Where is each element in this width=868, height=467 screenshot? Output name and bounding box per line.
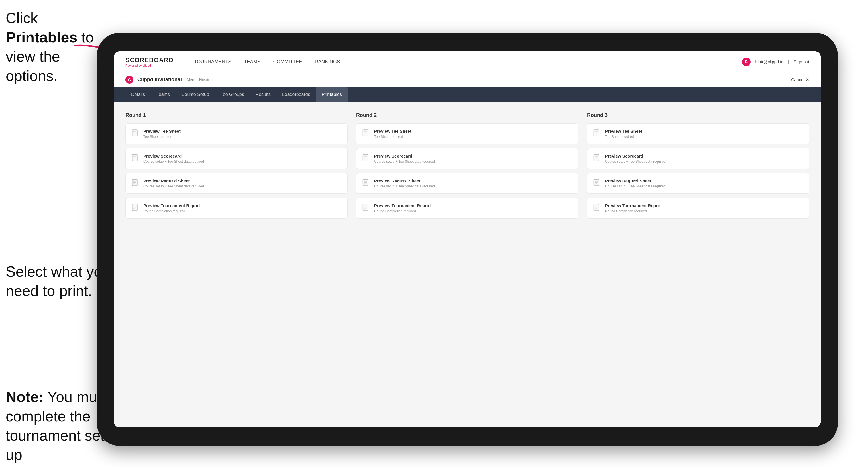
tournament-bar: C Clippd Invitational (Men) Hosting Canc… bbox=[114, 72, 821, 87]
nav-tournaments[interactable]: TOURNAMENTS bbox=[188, 51, 238, 72]
raguzzi-title-r1: Preview Raguzzi Sheet bbox=[143, 178, 204, 183]
tournament-status: Hosting bbox=[199, 77, 213, 82]
scorecard-card-r1[interactable]: Preview Scorecard Course setup + Tee She… bbox=[125, 148, 348, 169]
raguzzi-title-r3: Preview Raguzzi Sheet bbox=[605, 178, 666, 183]
report-sub-r3: Round Completion required bbox=[605, 209, 662, 213]
report-sub-r1: Round Completion required bbox=[143, 209, 200, 213]
doc-icon-r3-report bbox=[593, 204, 601, 213]
tab-leaderboards[interactable]: Leaderboards bbox=[276, 87, 316, 102]
user-avatar: B bbox=[742, 58, 751, 66]
nav-committee[interactable]: COMMITTEE bbox=[267, 51, 308, 72]
scorecard-card-r2[interactable]: Preview Scorecard Course setup + Tee She… bbox=[356, 148, 579, 169]
tee-sheet-sub-r2: Tee Sheet required bbox=[374, 135, 411, 139]
raguzzi-card-r1[interactable]: Preview Raguzzi Sheet Course setup + Tee… bbox=[125, 173, 348, 194]
raguzzi-card-r2[interactable]: Preview Raguzzi Sheet Course setup + Tee… bbox=[356, 173, 579, 194]
user-email: blair@clippd.io bbox=[755, 59, 783, 64]
tee-sheet-title-r2: Preview Tee Sheet bbox=[374, 129, 411, 134]
round-1-column: Round 1 Preview Tee Sheet Tee Sheet requ… bbox=[125, 112, 348, 222]
tab-printables[interactable]: Printables bbox=[316, 87, 348, 102]
tournament-logo: C bbox=[125, 76, 133, 84]
report-title-r2: Preview Tournament Report bbox=[374, 203, 431, 208]
scorecard-title-r2: Preview Scorecard bbox=[374, 154, 435, 158]
raguzzi-card-r3[interactable]: Preview Raguzzi Sheet Course setup + Tee… bbox=[587, 173, 809, 194]
tee-sheet-card-r1[interactable]: Preview Tee Sheet Tee Sheet required bbox=[125, 123, 348, 144]
tablet-frame: SCOREBOARD Powered by clippd TOURNAMENTS… bbox=[97, 33, 838, 446]
report-card-r3[interactable]: Preview Tournament Report Round Completi… bbox=[587, 198, 809, 219]
doc-icon-r2-report bbox=[362, 204, 370, 213]
scorecard-title-r1: Preview Scorecard bbox=[143, 154, 204, 158]
tab-results[interactable]: Results bbox=[250, 87, 276, 102]
main-content: Round 1 Preview Tee Sheet Tee Sheet requ… bbox=[114, 102, 821, 427]
round-1-title: Round 1 bbox=[125, 112, 348, 118]
round-2-column: Round 2 Preview Tee Sheet Tee Sheet requ… bbox=[356, 112, 579, 222]
doc-icon-r2-scorecard bbox=[362, 154, 370, 163]
report-sub-r2: Round Completion required bbox=[374, 209, 431, 213]
raguzzi-sub-r3: Course setup + Tee Sheet data required bbox=[605, 184, 666, 188]
tablet-screen: SCOREBOARD Powered by clippd TOURNAMENTS… bbox=[114, 51, 821, 427]
logo-sub: Powered by clippd bbox=[125, 64, 174, 67]
tournament-tag: (Men) bbox=[185, 77, 196, 82]
tournament-name: Clippd Invitational bbox=[137, 76, 182, 83]
tee-sheet-title-r1: Preview Tee Sheet bbox=[143, 129, 181, 134]
doc-icon-r3-tee bbox=[593, 129, 601, 138]
report-card-r1[interactable]: Preview Tournament Report Round Completi… bbox=[125, 198, 348, 219]
top-nav: SCOREBOARD Powered by clippd TOURNAMENTS… bbox=[114, 51, 821, 72]
doc-icon-r2-tee bbox=[362, 129, 370, 138]
raguzzi-sub-r2: Course setup + Tee Sheet data required bbox=[374, 184, 435, 188]
tee-sheet-sub-r1: Tee Sheet required bbox=[143, 135, 181, 139]
tee-sheet-title-r3: Preview Tee Sheet bbox=[605, 129, 642, 134]
doc-icon-r3-raguzzi bbox=[593, 179, 601, 188]
doc-icon-r1-raguzzi bbox=[131, 179, 140, 188]
doc-icon-r1-tee bbox=[131, 129, 140, 138]
raguzzi-sub-r1: Course setup + Tee Sheet data required bbox=[143, 184, 204, 188]
rounds-container: Round 1 Preview Tee Sheet Tee Sheet requ… bbox=[125, 112, 809, 222]
report-title-r3: Preview Tournament Report bbox=[605, 203, 662, 208]
round-3-column: Round 3 Preview Tee Sheet Tee Sheet requ… bbox=[587, 112, 809, 222]
nav-right: B blair@clippd.io | Sign out bbox=[742, 58, 809, 66]
scorecard-title-r3: Preview Scorecard bbox=[605, 154, 666, 158]
sign-out-link[interactable]: Sign out bbox=[794, 59, 809, 64]
nav-teams[interactable]: TEAMS bbox=[238, 51, 267, 72]
doc-icon-r2-raguzzi bbox=[362, 179, 370, 188]
sign-out-separator: | bbox=[788, 59, 789, 64]
scorecard-sub-r3: Course setup + Tee Sheet data required bbox=[605, 160, 666, 163]
nav-items: TOURNAMENTS TEAMS COMMITTEE RANKINGS bbox=[188, 51, 742, 72]
tab-details[interactable]: Details bbox=[125, 87, 151, 102]
logo-text: SCOREBOARD bbox=[125, 56, 174, 64]
doc-icon-r3-scorecard bbox=[593, 154, 601, 163]
scorecard-sub-r1: Course setup + Tee Sheet data required bbox=[143, 160, 204, 163]
doc-icon-r1-report bbox=[131, 204, 140, 213]
logo-area: SCOREBOARD Powered by clippd bbox=[125, 56, 174, 67]
sub-nav: Details Teams Course Setup Tee Groups Re… bbox=[114, 87, 821, 102]
doc-icon-r1-scorecard bbox=[131, 154, 140, 163]
tab-tee-groups[interactable]: Tee Groups bbox=[215, 87, 250, 102]
tab-course-setup[interactable]: Course Setup bbox=[176, 87, 215, 102]
nav-rankings[interactable]: RANKINGS bbox=[308, 51, 346, 72]
round-3-title: Round 3 bbox=[587, 112, 809, 118]
instruction-mid-text: Select what youneed to print. bbox=[6, 263, 110, 299]
report-title-r1: Preview Tournament Report bbox=[143, 203, 200, 208]
raguzzi-title-r2: Preview Raguzzi Sheet bbox=[374, 178, 435, 183]
cancel-button[interactable]: Cancel ✕ bbox=[791, 77, 809, 82]
round-2-title: Round 2 bbox=[356, 112, 579, 118]
tee-sheet-card-r2[interactable]: Preview Tee Sheet Tee Sheet required bbox=[356, 123, 579, 144]
tee-sheet-sub-r3: Tee Sheet required bbox=[605, 135, 642, 139]
scorecard-sub-r2: Course setup + Tee Sheet data required bbox=[374, 160, 435, 163]
scorecard-card-r3[interactable]: Preview Scorecard Course setup + Tee She… bbox=[587, 148, 809, 169]
tee-sheet-card-r3[interactable]: Preview Tee Sheet Tee Sheet required bbox=[587, 123, 809, 144]
tab-teams[interactable]: Teams bbox=[151, 87, 176, 102]
report-card-r2[interactable]: Preview Tournament Report Round Completi… bbox=[356, 198, 579, 219]
